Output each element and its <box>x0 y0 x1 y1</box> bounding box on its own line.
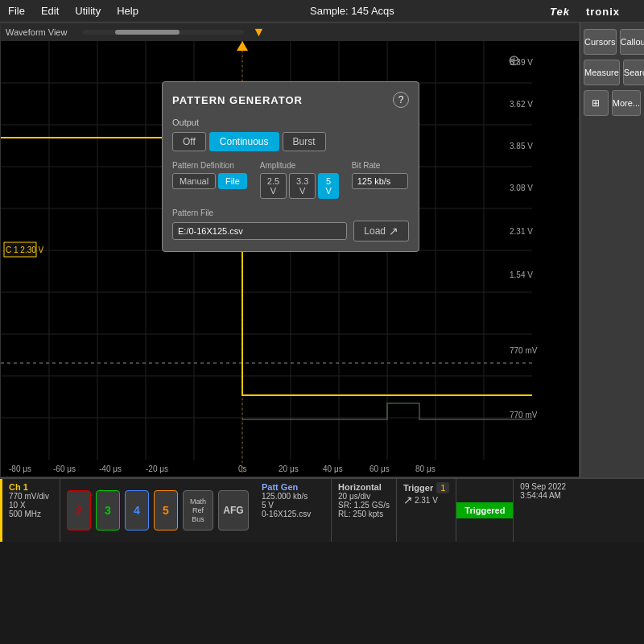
load-button[interactable]: Load ↗ <box>353 221 409 242</box>
menu-bar: File Edit Utility Help Sample: 145 Acqs … <box>0 0 644 23</box>
time-display: 3:54:44 AM <box>520 491 566 500</box>
amplitude-2v5-button[interactable]: 2.5 V <box>260 173 287 199</box>
horizontal-info[interactable]: Horizontal 20 μs/div SR: 1.25 GS/s RL: 2… <box>332 479 397 542</box>
status-bar: Ch 1 770 mV/div 10 X 500 MHz 2 3 4 5 Mat… <box>0 477 644 542</box>
horizontal-sr: SR: 1.25 GS/s <box>338 501 390 510</box>
time-label-3: -40 μs <box>99 464 122 473</box>
amplitude-5v-button[interactable]: 5 V <box>318 173 338 199</box>
triggered-section: Triggered <box>456 479 514 542</box>
more-button[interactable]: More... <box>612 90 641 116</box>
horizontal-div: 20 μs/div <box>338 492 390 501</box>
svg-marker-21 <box>237 41 248 51</box>
amplitude-3v3-button[interactable]: 3.3 V <box>289 173 316 199</box>
voltage-label-2: 3.62 V <box>510 100 533 109</box>
voltage-label-1: 5.39 V <box>510 58 533 67</box>
bit-rate-label: Bit Rate <box>352 161 416 170</box>
ch2-button[interactable]: 2 <box>67 490 91 530</box>
patt-gen-label: Patt Gen <box>262 482 324 492</box>
cursors-button[interactable]: Cursors <box>584 29 617 55</box>
trigger-ch-badge: 1 <box>436 482 449 493</box>
math-ref-bus-button[interactable]: Math Ref Bus <box>183 490 213 530</box>
patt-gen-info[interactable]: Patt Gen 125.000 kb/s 5 V 0-16X125.csv <box>255 479 332 542</box>
patt-gen-file: 0-16X125.csv <box>262 510 324 518</box>
pattern-def-label: Pattern Definition <box>172 161 247 170</box>
output-burst-button[interactable]: Burst <box>283 132 326 151</box>
time-label-8: 60 μs <box>369 464 390 473</box>
main-area: Waveform View ▼ <box>0 23 644 477</box>
afg-button[interactable]: AFG <box>218 490 249 530</box>
date-display: 09 Sep 2022 <box>520 482 566 491</box>
ch3-button[interactable]: 3 <box>96 490 120 530</box>
voltage-label-8: 770 mV <box>510 411 538 419</box>
ch1-x: 10 X <box>9 501 53 510</box>
help-button[interactable]: ? <box>393 92 409 108</box>
menu-file[interactable]: File <box>8 5 25 17</box>
ch1-status: Ch 1 770 mV/div 10 X 500 MHz <box>0 479 60 542</box>
time-label-5: 0s <box>238 464 247 473</box>
pattern-manual-button[interactable]: Manual <box>172 173 216 189</box>
ch1-mhz: 500 MHz <box>9 510 53 518</box>
trigger-slope-icon: ↗ <box>403 493 413 506</box>
bus-label: Bus <box>192 515 204 523</box>
trigger-value: 2.31 V <box>415 496 438 505</box>
amplitude-subsection: Amplitude 2.5 V 3.3 V 5 V <box>260 161 339 199</box>
scroll-track[interactable] <box>83 30 244 35</box>
voltage-label-7: 770 mV <box>510 346 538 355</box>
time-label-6: 20 μs <box>279 464 299 473</box>
patt-gen-v: 5 V <box>262 501 324 510</box>
horizontal-rl: RL: 250 kpts <box>338 510 390 518</box>
tektronix-logo: Tektronix <box>550 2 636 19</box>
time-label-4: -20 μs <box>146 464 168 473</box>
channel-buttons: 2 3 4 5 Math Ref Bus AFG <box>60 479 255 542</box>
trigger-label: Trigger <box>403 483 433 493</box>
pattern-file-select[interactable]: E:/0-16X125.csv <box>172 222 347 240</box>
amplitude-label: Amplitude <box>260 161 339 170</box>
pattern-dialog-header: PATTERN GENERATOR ? <box>172 92 409 108</box>
menu-help[interactable]: Help <box>117 5 138 17</box>
time-label-2: -60 μs <box>53 464 76 473</box>
pattern-file-button[interactable]: File <box>218 173 247 189</box>
ch4-button[interactable]: 4 <box>125 490 149 530</box>
voltage-label-6: 1.54 V <box>510 270 533 279</box>
load-icon: ↗ <box>389 225 398 237</box>
ref-label: Ref <box>192 506 204 514</box>
waveform-section: Waveform View ▼ <box>0 23 580 477</box>
pattern-dialog-title: PATTERN GENERATOR <box>172 94 303 106</box>
trigger-value-row: ↗ 2.31 V <box>403 493 449 506</box>
bit-rate-subsection: Bit Rate <box>352 161 416 199</box>
output-off-button[interactable]: Off <box>172 132 206 151</box>
pattern-file-section: Pattern File E:/0-16X125.csv Load ↗ <box>172 208 409 242</box>
pattern-dialog: PATTERN GENERATOR ? Output Off Continuou… <box>162 81 419 252</box>
measure-button[interactable]: Measure <box>584 60 620 85</box>
time-marker-icon: ▼ <box>252 25 265 39</box>
pattern-def-subsection: Pattern Definition Manual File <box>172 161 247 199</box>
file-row: E:/0-16X125.csv Load ↗ <box>172 221 409 242</box>
waveform-canvas: ⊕ 5.39 V 3.62 V 3.85 V 3.08 V 2.31 V 1.5… <box>1 41 579 477</box>
math-label: Math <box>190 497 206 506</box>
voltage-label-5: 2.31 V <box>510 227 533 236</box>
top-btn-pair: Cursors Callout <box>584 29 641 55</box>
output-label: Output <box>172 118 409 127</box>
waveform-icon-button[interactable]: ⊞ <box>584 90 609 116</box>
waveform-header: Waveform View ▼ <box>1 23 579 41</box>
patt-gen-rate: 125.000 kb/s <box>262 492 324 501</box>
waveform-title: Waveform View <box>6 27 67 37</box>
trigger-info[interactable]: Trigger 1 ↗ 2.31 V <box>397 479 456 542</box>
callout-button[interactable]: Callout <box>620 29 644 55</box>
pattern-def-buttons: Manual File <box>172 173 247 189</box>
search-button[interactable]: Search <box>623 60 644 85</box>
ch1-label: C 1 2.30 V <box>6 246 44 254</box>
bit-rate-input[interactable] <box>352 173 408 189</box>
ch5-button[interactable]: 5 <box>154 490 178 530</box>
time-label-9: 80 μs <box>415 464 436 473</box>
menu-edit[interactable]: Edit <box>41 5 59 17</box>
output-buttons-group: Off Continuous Burst <box>172 132 409 151</box>
voltage-label-3: 3.85 V <box>510 142 533 151</box>
output-continuous-button[interactable]: Continuous <box>209 132 279 151</box>
ch1-mv-div: 770 mV/div <box>9 492 53 501</box>
menu-utility[interactable]: Utility <box>75 5 101 17</box>
second-btn-pair: Measure Search <box>584 60 641 85</box>
sample-info: Sample: 145 Acqs <box>155 5 550 17</box>
scroll-thumb[interactable] <box>115 30 180 35</box>
triggered-button[interactable]: Triggered <box>456 502 513 518</box>
